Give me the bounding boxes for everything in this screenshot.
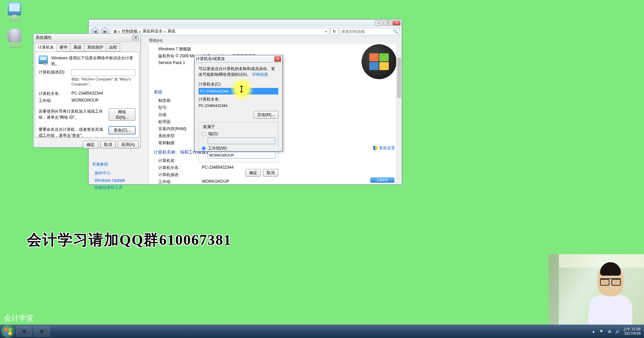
close-button[interactable]: ✕: [274, 56, 281, 62]
ok-button[interactable]: 确定: [83, 141, 98, 149]
taskbar: 🖥 🖥 ▲ ⚑ 🖧 🔊 上午 11:08 2017/6/26: [0, 325, 644, 338]
label-fullname: 计算机全名:: [39, 91, 71, 97]
minimize-button[interactable]: —: [375, 20, 383, 25]
text-cursor-icon: [241, 86, 242, 92]
tab-remote[interactable]: 远程: [106, 43, 120, 52]
label-workgroup: 工作组:: [158, 179, 202, 184]
dialog-titlebar[interactable]: 计算机名/域更改 ✕: [195, 55, 282, 63]
change-button[interactable]: 更改(C)...: [109, 126, 136, 134]
value-workgroup: WORKGROUP: [71, 98, 99, 104]
tray-network-icon[interactable]: 🖧: [607, 329, 612, 334]
clock-date: 2017/6/26: [623, 331, 641, 336]
taskbar-item[interactable]: 🖥: [34, 326, 50, 337]
change-settings-link[interactable]: 更改设置: [373, 145, 395, 151]
value-full-name: PC-23485432344: [199, 104, 278, 108]
label-workgroup: 工作组(W):: [208, 146, 228, 151]
dialog-title: 系统属性: [36, 35, 52, 41]
close-button[interactable]: ✕: [392, 20, 400, 25]
desktop-icon-recycle[interactable]: 回收站: [3, 29, 26, 49]
system-properties-dialog: 系统属性 ✕ 计算机名 硬件 高级 系统保护 远程 Windows 使用以下信息…: [33, 34, 141, 148]
label-workgroup: 工作组:: [39, 98, 71, 104]
close-button[interactable]: ✕: [132, 35, 139, 40]
workgroup-input[interactable]: [208, 152, 275, 159]
menu-help[interactable]: 帮助(H): [149, 38, 163, 44]
domain-radio[interactable]: [202, 132, 206, 136]
value-fullname: PC-23485432344: [71, 91, 103, 97]
more-button[interactable]: 其他(M)...: [254, 111, 278, 119]
network-id-button[interactable]: 网络 ID(N)...: [109, 108, 136, 121]
brand-text: 会计学堂: [4, 313, 34, 323]
apply-button[interactable]: 应用(A): [118, 141, 139, 149]
change-note: 要重命名这台计算机，或者更改其域或工作组，请单击"更改"。: [39, 126, 106, 138]
windows-logo: [362, 44, 396, 79]
service-pack: Service Pack 1: [158, 60, 185, 65]
desktop-icon-label: 回收站: [3, 43, 26, 49]
label-description: 计算机描述(D):: [39, 69, 69, 75]
tab-computer-name[interactable]: 计算机名: [35, 43, 57, 52]
description-input[interactable]: [71, 69, 136, 76]
scrollbar-thumb[interactable]: [397, 58, 401, 98]
label-domain: 域(D):: [208, 131, 219, 137]
search-box[interactable]: 🔍: [339, 28, 400, 35]
dialog-title: 计算机名/域更改: [196, 56, 225, 62]
details-link[interactable]: 详细信息: [252, 72, 268, 77]
label-full-name: 计算机全名:: [199, 97, 278, 102]
breadcrumb[interactable]: 🖥▸ 控制面板▸ 系统和安全▸ 系统 ▾: [111, 28, 329, 35]
description-hint: 例如: "Kitchen Computer" 或 "Mary's Compute…: [71, 77, 136, 87]
ok-button[interactable]: 确定: [246, 169, 261, 177]
system-tray: ▲ ⚑ 🖧 🔊 上午 11:08 2017/6/26: [591, 327, 643, 336]
sidebar-item-perf-info[interactable]: 性能信息和工具: [92, 184, 145, 191]
domain-input: [208, 137, 275, 144]
breadcrumb-dropdown[interactable]: ▾: [325, 29, 327, 34]
cancel-button[interactable]: 取消: [100, 141, 116, 149]
tab-advanced[interactable]: 高级: [70, 43, 85, 52]
window-titlebar[interactable]: — ▢ ✕: [89, 19, 402, 26]
dialog-titlebar[interactable]: 系统属性 ✕: [34, 34, 141, 42]
dialog-buttons: 确定 取消: [195, 169, 282, 179]
taskbar-item[interactable]: 🖥: [16, 326, 32, 337]
member-of-group: 隶属于 域(D): 工作组(W):: [199, 122, 278, 162]
scrollbar[interactable]: [396, 44, 402, 184]
clock-time: 上午 11:08: [623, 327, 641, 331]
desktop-icon-label: 计算机: [3, 16, 26, 22]
desktop-icon-computer[interactable]: 计算机: [3, 2, 26, 22]
dialog-message: 可以更改这台计算机的名称和成员身份。更改可能影响网络资源的访问。 详细信息: [199, 66, 278, 77]
intro-text: Windows 使用以下信息在网络中标识这台计算机。: [51, 55, 136, 67]
watermark-text: 会计学习请加QQ群610067381: [27, 230, 231, 250]
recycle-icon: [8, 29, 21, 42]
breadcrumb-item[interactable]: 系统和安全: [143, 29, 163, 34]
clock[interactable]: 上午 11:08 2017/6/26: [623, 327, 641, 336]
tab-hardware[interactable]: 硬件: [57, 43, 71, 52]
label-computer-name: 计算机名(C):: [199, 81, 278, 87]
tray-flag-icon[interactable]: ⚑: [599, 329, 604, 334]
value-workgroup: WORKGROUP: [202, 179, 229, 184]
genuine-badge: 正版软件: [370, 177, 394, 183]
dialog-buttons: 确定 取消 应用(A): [34, 139, 141, 151]
computer-name-change-dialog: 计算机名/域更改 ✕ 可以更改这台计算机的名称和成员身份。更改可能影响网络资源的…: [194, 55, 283, 152]
sidebar-item-windows-update[interactable]: Windows Update: [92, 177, 145, 184]
breadcrumb-icon: 🖥: [113, 29, 117, 34]
cancel-button[interactable]: 取消: [263, 169, 278, 177]
group-title: 隶属于: [202, 124, 216, 130]
breadcrumb-item[interactable]: 系统: [167, 29, 175, 34]
computer-icon: [8, 2, 21, 15]
computer-icon: [39, 55, 49, 65]
workgroup-radio[interactable]: [202, 146, 206, 151]
tray-show-hidden-icon[interactable]: ▲: [591, 329, 596, 334]
maximize-button[interactable]: ▢: [384, 20, 392, 25]
refresh-button[interactable]: ↻: [331, 28, 338, 35]
sidebar-item-action-center[interactable]: 操作中心: [92, 169, 145, 177]
computer-name-input[interactable]: [199, 88, 278, 95]
tray-volume-icon[interactable]: 🔊: [615, 329, 620, 334]
search-icon[interactable]: 🔍: [393, 29, 398, 34]
webcam-overlay: [549, 254, 644, 325]
sidebar-heading: 另请参阅: [92, 162, 145, 167]
tabs: 计算机名 硬件 高级 系统保护 远程: [34, 42, 141, 52]
change-settings-label: 更改设置: [379, 145, 395, 151]
tab-system-protection[interactable]: 系统保护: [84, 43, 106, 52]
start-button[interactable]: [1, 325, 15, 338]
shield-icon: [373, 146, 378, 151]
network-id-note: 若要使用向导将计算机加入域或工作组，请单击"网络 ID"。: [39, 108, 106, 120]
tab-panel: Windows 使用以下信息在网络中标识这台计算机。 计算机描述(D): 例如:…: [35, 52, 139, 137]
search-input[interactable]: [341, 29, 393, 34]
